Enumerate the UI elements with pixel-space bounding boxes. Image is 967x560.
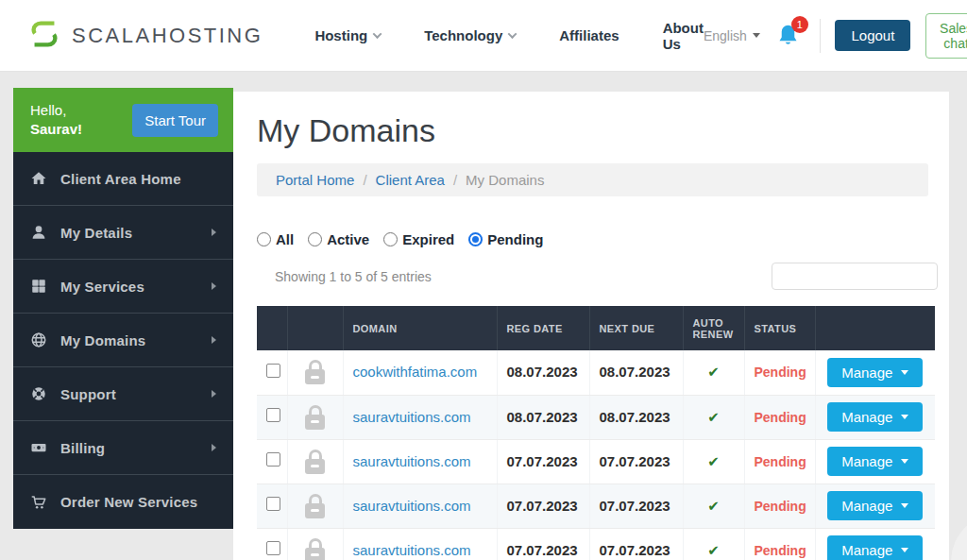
main-content: My Domains Portal Home / Client Area / M… — [233, 92, 949, 560]
nav-item-about-us[interactable]: About Us — [663, 20, 704, 52]
brand-logo[interactable]: SCALAHOSTING — [26, 16, 263, 56]
start-tour-button[interactable]: Start Tour — [132, 104, 218, 137]
breadcrumb-client-area[interactable]: Client Area — [376, 172, 445, 188]
lock-icon — [305, 494, 326, 518]
domain-link[interactable]: sauravtuitions.com — [353, 409, 471, 425]
row-checkbox[interactable] — [266, 364, 280, 378]
sidebar-greeting: Hello, Saurav! Start Tour — [13, 88, 233, 152]
lock-icon — [305, 405, 326, 430]
table-header-next-due: NEXT DUE — [589, 306, 683, 350]
caret-down-icon — [901, 415, 908, 419]
domain-link[interactable]: cookwithfatima.com — [353, 364, 478, 380]
row-checkbox[interactable] — [266, 452, 280, 467]
page-title: My Domains — [257, 112, 947, 149]
table-row: sauravtuitions.com 07.07.2023 07.07.2023… — [257, 439, 935, 484]
status-badge: Pending — [755, 410, 806, 425]
radio-icon — [468, 232, 483, 246]
chevron-right-icon — [212, 444, 216, 451]
next-due-date: 08.07.2023 — [600, 409, 670, 425]
page-body: Hello, Saurav! Start Tour Client Area Ho… — [0, 72, 967, 560]
next-due-date: 07.07.2023 — [600, 453, 670, 469]
filter-radio-active[interactable]: Active — [308, 231, 369, 247]
sidebar-item-my-details[interactable]: My Details — [13, 206, 233, 260]
sidebar-item-client-area-home[interactable]: Client Area Home — [13, 152, 233, 206]
breadcrumb-separator: / — [453, 172, 457, 188]
filter-radio-all[interactable]: All — [257, 231, 294, 247]
lock-icon — [305, 538, 326, 560]
chevron-right-icon — [212, 390, 216, 398]
breadcrumb-current: My Domains — [466, 172, 544, 188]
manage-button[interactable]: Manage — [827, 535, 923, 560]
nav-item-affiliates[interactable]: Affiliates — [559, 27, 619, 43]
sidebar-item-support[interactable]: Support — [13, 367, 233, 421]
chevron-right-icon — [212, 282, 216, 290]
table-toolbar: Showing 1 to 5 of 5 entries — [257, 263, 938, 290]
life-ring-icon — [30, 385, 48, 403]
check-icon: ✔ — [707, 542, 720, 558]
reg-date: 07.07.2023 — [507, 498, 578, 514]
sidebar-menu: Client Area Home My Details My Services — [13, 152, 233, 529]
manage-button[interactable]: Manage — [827, 402, 923, 432]
table-header-row: DOMAIN REG DATE NEXT DUE AUTO RENEW STAT… — [257, 306, 935, 350]
floating-widget-circle — [951, 513, 967, 560]
domain-link[interactable]: sauravtuitions.com — [353, 542, 471, 558]
manage-button[interactable]: Manage — [827, 491, 923, 520]
top-navbar: SCALAHOSTING Hosting Technology Affiliat… — [0, 0, 967, 72]
table-header-reg-date: REG DATE — [497, 306, 589, 350]
caret-down-icon — [901, 503, 908, 508]
lock-icon — [305, 450, 326, 474]
home-icon — [30, 170, 48, 188]
table-header-select — [257, 306, 287, 350]
table-search-input[interactable] — [772, 263, 938, 290]
chevron-down-icon — [373, 29, 382, 39]
table-row: sauravtuitions.com 08.07.2023 08.07.2023… — [257, 395, 935, 439]
breadcrumb-portal-home[interactable]: Portal Home — [276, 172, 354, 188]
radio-icon — [308, 232, 322, 246]
brand-name: SCALAHOSTING — [72, 24, 263, 48]
language-selector[interactable]: English — [704, 28, 760, 43]
check-icon: ✔ — [707, 498, 720, 514]
table-header-status: STATUS — [744, 306, 815, 350]
sales-chat-button[interactable]: Sales chat — [925, 13, 967, 59]
nav-item-technology[interactable]: Technology — [424, 27, 516, 43]
manage-button[interactable]: Manage — [827, 358, 923, 387]
notification-badge: 1 — [791, 16, 808, 33]
globe-icon — [30, 331, 48, 349]
status-badge: Pending — [755, 365, 806, 380]
domain-link[interactable]: sauravtuitions.com — [353, 498, 471, 514]
money-bill-icon — [30, 439, 48, 457]
row-checkbox[interactable] — [266, 408, 280, 422]
next-due-date: 07.07.2023 — [600, 542, 670, 558]
filter-radio-pending[interactable]: Pending — [468, 231, 543, 247]
caret-down-icon — [901, 459, 908, 464]
sidebar-item-billing[interactable]: Billing — [13, 421, 233, 475]
table-header-actions — [815, 306, 935, 350]
entries-summary: Showing 1 to 5 of 5 entries — [275, 269, 432, 290]
notifications-bell[interactable]: 1 — [775, 22, 801, 50]
scalahosting-logo-icon — [26, 16, 62, 56]
lock-icon — [305, 360, 326, 384]
domain-link[interactable]: sauravtuitions.com — [353, 453, 471, 469]
row-checkbox[interactable] — [266, 541, 280, 555]
chevron-down-icon — [508, 29, 517, 39]
logout-button[interactable]: Logout — [835, 20, 910, 51]
domains-table: DOMAIN REG DATE NEXT DUE AUTO RENEW STAT… — [257, 306, 935, 560]
sidebar-item-order-new-services[interactable]: Order New Services — [13, 475, 233, 529]
sidebar-item-my-domains[interactable]: My Domains — [13, 314, 233, 367]
sidebar: Hello, Saurav! Start Tour Client Area Ho… — [13, 88, 233, 529]
nav-item-hosting[interactable]: Hosting — [314, 27, 381, 43]
check-icon: ✔ — [707, 409, 720, 425]
reg-date: 08.07.2023 — [507, 364, 578, 380]
sidebar-item-my-services[interactable]: My Services — [13, 260, 233, 314]
table-row: sauravtuitions.com 07.07.2023 07.07.2023… — [257, 484, 935, 528]
main-nav: Hosting Technology Affiliates About Us — [314, 20, 704, 52]
vertical-divider — [820, 19, 821, 53]
manage-button[interactable]: Manage — [827, 447, 923, 476]
reg-date: 08.07.2023 — [507, 409, 578, 425]
status-badge: Pending — [755, 454, 806, 469]
filter-radio-expired[interactable]: Expired — [383, 231, 454, 247]
table-row: cookwithfatima.com 08.07.2023 08.07.2023… — [257, 350, 935, 395]
row-checkbox[interactable] — [266, 497, 280, 511]
table-header-domain: DOMAIN — [343, 306, 497, 350]
radio-icon — [383, 232, 398, 246]
